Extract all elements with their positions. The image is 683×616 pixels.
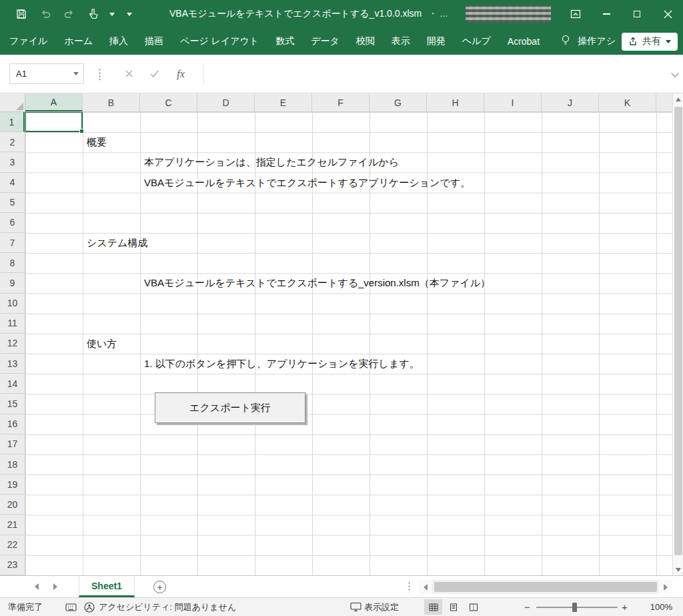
display-settings-icon[interactable] bbox=[350, 598, 362, 616]
row-header-6[interactable]: 6 bbox=[0, 213, 25, 233]
tab-bar-splitter[interactable] bbox=[408, 581, 410, 593]
zoom-out-button[interactable]: − bbox=[524, 598, 530, 616]
formula-bar-grip[interactable] bbox=[99, 68, 101, 80]
minimize-button[interactable] bbox=[591, 0, 622, 28]
column-header-H[interactable]: H bbox=[427, 93, 484, 111]
column-header-D[interactable]: D bbox=[197, 93, 255, 111]
row-header-17[interactable]: 17 bbox=[0, 434, 25, 454]
add-sheet-button[interactable]: + bbox=[153, 581, 166, 593]
zoom-slider-thumb[interactable] bbox=[572, 603, 577, 612]
customize-qat-icon[interactable] bbox=[127, 13, 132, 16]
display-settings-label[interactable]: 表示設定 bbox=[364, 598, 399, 616]
zoom-in-button[interactable]: + bbox=[622, 598, 628, 616]
cell-C3[interactable]: 本アプリケーションは、指定したエクセルファイルから bbox=[144, 152, 399, 172]
ribbon-display-options-icon[interactable] bbox=[560, 0, 591, 28]
column-header-C[interactable]: C bbox=[140, 93, 197, 111]
column-header-G[interactable]: G bbox=[370, 93, 427, 111]
row-header-1[interactable]: 1 bbox=[0, 112, 25, 132]
share-button[interactable]: 共有 bbox=[622, 33, 678, 51]
scroll-right-icon[interactable] bbox=[659, 580, 672, 594]
ribbon-tab-4[interactable]: ページ レイアウト bbox=[180, 35, 259, 47]
row-header-21[interactable]: 21 bbox=[0, 515, 25, 535]
scroll-down-icon[interactable] bbox=[673, 564, 683, 575]
row-header-13[interactable]: 13 bbox=[0, 354, 25, 374]
assistant-search[interactable]: 操作アシ bbox=[578, 35, 616, 47]
row-header-11[interactable]: 11 bbox=[0, 314, 25, 334]
name-box-input[interactable] bbox=[10, 69, 63, 79]
zoom-level[interactable]: 100% bbox=[650, 598, 672, 616]
column-header-F[interactable]: F bbox=[312, 93, 370, 111]
maximize-button[interactable] bbox=[622, 0, 652, 28]
row-header-10[interactable]: 10 bbox=[0, 294, 25, 314]
row-header-4[interactable]: 4 bbox=[0, 173, 25, 193]
sheet-tab-Sheet1[interactable]: Sheet1 bbox=[79, 576, 135, 597]
ribbon-tab-9[interactable]: 開発 bbox=[427, 35, 446, 47]
column-header-B[interactable]: B bbox=[83, 93, 140, 111]
normal-view-icon[interactable] bbox=[424, 599, 442, 615]
horizontal-scrollbar[interactable] bbox=[432, 580, 659, 594]
column-header-K[interactable]: K bbox=[599, 93, 656, 111]
export-run-button[interactable]: エクスポート実行 bbox=[155, 392, 305, 423]
column-header-E[interactable]: E bbox=[255, 93, 312, 111]
ribbon-tab-5[interactable]: 数式 bbox=[275, 35, 294, 47]
scroll-up-icon[interactable] bbox=[673, 93, 683, 105]
ribbon-tab-6[interactable]: データ bbox=[311, 35, 339, 47]
ribbon-tab-10[interactable]: ヘルプ bbox=[462, 35, 491, 47]
fill-handle[interactable] bbox=[79, 129, 84, 133]
column-header-J[interactable]: J bbox=[542, 93, 599, 111]
row-header-18[interactable]: 18 bbox=[0, 454, 25, 475]
cell-B12[interactable]: 使い方 bbox=[87, 334, 117, 354]
cell-B2[interactable]: 概要 bbox=[87, 132, 107, 152]
redo-icon[interactable] bbox=[61, 6, 77, 22]
ribbon-tab-8[interactable]: 表示 bbox=[392, 35, 410, 47]
vertical-scrollbar-thumb[interactable] bbox=[674, 107, 682, 555]
zoom-slider[interactable] bbox=[536, 607, 618, 608]
page-layout-view-icon[interactable] bbox=[444, 599, 462, 615]
row-header-2[interactable]: 2 bbox=[0, 132, 25, 152]
prev-sheet-icon[interactable] bbox=[32, 582, 41, 591]
cancel-entry-icon[interactable] bbox=[119, 63, 139, 84]
name-box-dropdown-icon[interactable] bbox=[73, 72, 79, 75]
ribbon-tab-0[interactable]: ファイル bbox=[9, 35, 47, 47]
next-sheet-icon[interactable] bbox=[51, 582, 60, 591]
horizontal-scrollbar-thumb[interactable] bbox=[434, 582, 657, 592]
active-cell-selection[interactable] bbox=[25, 112, 83, 132]
row-header-16[interactable]: 16 bbox=[0, 414, 25, 434]
macro-record-icon[interactable] bbox=[65, 598, 77, 616]
ribbon-tab-11[interactable]: Acrobat bbox=[508, 36, 540, 47]
row-header-5[interactable]: 5 bbox=[0, 193, 25, 213]
ribbon-tab-7[interactable]: 校閲 bbox=[356, 35, 375, 47]
name-box[interactable] bbox=[9, 63, 84, 84]
row-header-7[interactable]: 7 bbox=[0, 233, 25, 253]
cell-C9[interactable]: VBAモジュールをテキストでエクスポートする_version.xlsm（本ファイ… bbox=[144, 273, 490, 293]
cell-grid[interactable]: エクスポート実行 概要本アプリケーションは、指定したエクセルファイルからVBAモ… bbox=[25, 112, 672, 575]
row-header-15[interactable]: 15 bbox=[0, 394, 25, 414]
tell-me-lightbulb-icon[interactable] bbox=[560, 34, 572, 49]
touch-mode-icon[interactable] bbox=[85, 6, 101, 22]
select-all-corner[interactable] bbox=[0, 93, 25, 112]
formula-input[interactable] bbox=[203, 63, 670, 84]
accessibility-status[interactable]: アクセシビリティ: 問題ありません bbox=[99, 598, 236, 616]
row-header-12[interactable]: 12 bbox=[0, 334, 25, 354]
column-header-A[interactable]: A bbox=[25, 93, 83, 111]
insert-function-icon[interactable]: fx bbox=[171, 63, 191, 84]
column-header-I[interactable]: I bbox=[484, 93, 542, 111]
row-header-3[interactable]: 3 bbox=[0, 152, 25, 172]
row-header-19[interactable]: 19 bbox=[0, 475, 25, 495]
ribbon-tab-2[interactable]: 挿入 bbox=[109, 35, 128, 47]
save-icon[interactable] bbox=[13, 6, 29, 22]
close-button[interactable] bbox=[652, 0, 683, 28]
ribbon-tab-1[interactable]: ホーム bbox=[64, 35, 93, 47]
row-header-23[interactable]: 23 bbox=[0, 555, 25, 575]
scroll-left-icon[interactable] bbox=[419, 580, 432, 594]
cell-B7[interactable]: システム構成 bbox=[87, 233, 147, 253]
row-header-22[interactable]: 22 bbox=[0, 535, 25, 555]
cell-C13[interactable]: 1. 以下のボタンを押下し、アプリケーションを実行します。 bbox=[144, 354, 420, 374]
confirm-entry-icon[interactable] bbox=[144, 63, 164, 84]
accessibility-icon[interactable] bbox=[84, 598, 95, 616]
vertical-scrollbar[interactable] bbox=[672, 93, 683, 575]
row-header-9[interactable]: 9 bbox=[0, 273, 25, 293]
page-break-view-icon[interactable] bbox=[464, 599, 482, 615]
ribbon-tab-3[interactable]: 描画 bbox=[145, 35, 163, 47]
row-header-14[interactable]: 14 bbox=[0, 374, 25, 394]
